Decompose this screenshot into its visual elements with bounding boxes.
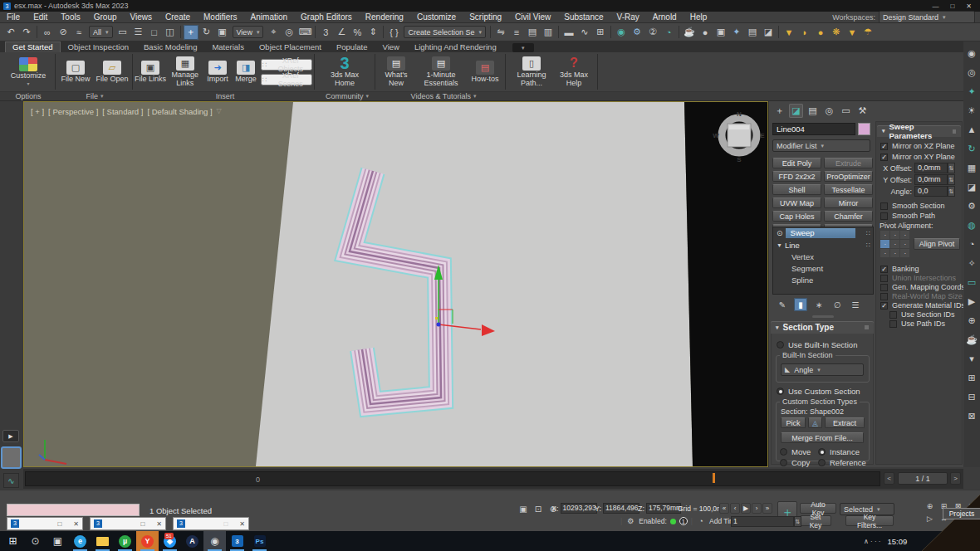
image-icon[interactable]: ▦ — [965, 161, 978, 174]
y-offset-spinner[interactable]: Y Offset: 0,0mm — [879, 174, 955, 185]
modifier-options-icon[interactable]: ∷ — [866, 230, 870, 237]
object-color-swatch[interactable] — [858, 123, 870, 135]
merge-button[interactable]: ◨ Merge — [233, 61, 259, 83]
pivot-cell-top-right[interactable]: ∙ — [900, 231, 909, 239]
sweep-parameters-header[interactable]: ▾ Sweep Parameters — [877, 125, 961, 137]
spinner-snap-toggle-icon[interactable]: ⇕ — [365, 25, 380, 40]
flyout-chevron-icon[interactable]: ▾ — [965, 352, 978, 365]
set-key-button[interactable]: Set Key — [800, 515, 831, 526]
menu-help[interactable]: Help — [684, 12, 714, 23]
use-section-ids-checkbox[interactable]: Use Section IDs — [889, 310, 968, 319]
insert-group-caption[interactable]: Insert — [135, 92, 316, 100]
scene-explorer-icon[interactable]: ▥ — [541, 25, 556, 40]
track-bar[interactable]: 0 — [25, 471, 880, 486]
options-group-caption[interactable]: Options — [2, 92, 55, 100]
restore-icon[interactable]: □ — [57, 520, 61, 528]
select-object-icon[interactable]: ▭ — [115, 25, 130, 40]
teapot-render-icon[interactable]: ☕ — [965, 333, 978, 346]
physical-camera-icon[interactable]: ◎ — [965, 66, 978, 79]
modifier-button-chamfer[interactable]: Chamfer — [824, 211, 873, 222]
modifier-button-uvw-map[interactable]: UVW Map — [772, 197, 821, 208]
import-button[interactable]: ➜ Import — [204, 61, 232, 83]
modifier-button-mirror[interactable]: Mirror — [824, 197, 873, 208]
select-by-name-icon[interactable]: ☰ — [131, 25, 146, 40]
object-name-field[interactable]: Line004 — [772, 123, 855, 135]
perspective-viewport[interactable]: [ + ] [ Perspective ] [ Standard ] [ Def… — [23, 101, 768, 467]
stack-row-sweep[interactable]: ⊙ Sweep ∷ — [773, 227, 873, 239]
menu-create[interactable]: Create — [159, 12, 197, 23]
videos-tutorials-group-caption[interactable]: Videos & Tutorials▾ — [379, 92, 508, 100]
pivot-cell-top-left[interactable]: ∙ — [880, 231, 889, 239]
menu-civil-view[interactable]: Civil View — [508, 12, 557, 23]
menu-graph-editors[interactable]: Graph Editors — [294, 12, 359, 23]
tab-materials[interactable]: Materials — [204, 41, 252, 52]
select-and-rotate-icon[interactable]: ↻ — [199, 25, 214, 40]
customize-button[interactable]: Customize ▾ — [11, 57, 47, 86]
curve-editor-icon[interactable]: ∿ — [577, 25, 592, 40]
material-editor-icon[interactable]: ◉ — [614, 25, 629, 40]
spinner-arrows[interactable] — [948, 174, 955, 185]
named-selection-sets-dropdown[interactable]: Create Selection Se — [404, 26, 486, 38]
viewport-pov-menu[interactable]: [ Perspective ] — [48, 107, 98, 116]
light-bulb-icon[interactable]: ✦ — [965, 85, 978, 98]
angle-spinner[interactable]: Angle: 0,0 — [879, 186, 955, 197]
photoshop-app-icon[interactable]: Ps — [248, 531, 271, 551]
menu-scripting[interactable]: Scripting — [463, 12, 508, 23]
camera-icon[interactable]: ◉ — [965, 46, 978, 60]
manage-links-button[interactable]: ▦ Manage Links — [168, 56, 203, 87]
plugin-icon-2[interactable]: ◗ — [797, 25, 812, 40]
sun-positioner-icon[interactable]: ☀ — [965, 104, 978, 117]
xref-objects-button[interactable]: ∷ XRef Objects — [261, 59, 312, 71]
scene-folder-icon-3[interactable]: ⊠ — [965, 409, 978, 422]
unlink-selection-icon[interactable]: ⊘ — [56, 25, 71, 40]
undo-icon[interactable]: ↶ — [3, 25, 18, 40]
a-app-icon[interactable]: A — [181, 531, 203, 551]
maxscript-mini-listener[interactable] — [7, 504, 140, 516]
maximize-button[interactable]: □ — [950, 2, 954, 10]
modifier-list-dropdown[interactable]: Modifier List — [772, 139, 870, 152]
banking-checkbox[interactable]: ✓Banking — [880, 265, 968, 273]
union-intersections-checkbox[interactable]: Union Intersections — [880, 274, 968, 282]
minimized-window-2[interactable]: 3 □ ✕ — [90, 517, 166, 530]
selection-filter-dropdown[interactable]: All — [89, 26, 113, 38]
viewport-standard-menu[interactable]: [ Standard ] — [102, 107, 143, 116]
close-button[interactable]: ✕ — [966, 2, 972, 10]
bind-to-space-warp-icon[interactable]: ≈ — [71, 25, 86, 40]
modifier-button-ffd2x2x2[interactable]: FFD 2x2x2 — [772, 171, 821, 182]
pivot-cell-mid-left[interactable]: ∙ — [880, 240, 889, 248]
close-icon[interactable]: ✕ — [239, 520, 245, 528]
menu-modifiers[interactable]: Modifiers — [197, 12, 244, 23]
extract-button[interactable]: Extract — [825, 417, 865, 428]
3dsmax-home-button[interactable]: 3 3ds Max Home — [321, 56, 368, 87]
film-strip-icon[interactable]: ▤ — [745, 25, 760, 40]
configure-modifier-sets-icon[interactable]: ☰ — [849, 298, 862, 311]
display-monitor-icon[interactable]: ▭ — [965, 276, 978, 289]
tab-populate[interactable]: Populate — [329, 41, 375, 52]
spinner-arrows[interactable] — [794, 516, 801, 527]
menu-substance[interactable]: Substance — [557, 12, 610, 23]
minimized-window-3[interactable]: 3 □ ✕ — [173, 517, 249, 530]
tree-image-icon[interactable]: ◪ — [965, 180, 978, 193]
time-slider-tick[interactable] — [713, 473, 715, 483]
built-in-section-dropdown[interactable]: ◣ Angle — [781, 363, 864, 376]
snaps-toggle-icon[interactable]: 3 — [318, 25, 333, 40]
align-icon[interactable]: ≡ — [509, 25, 524, 40]
remove-modifier-icon[interactable]: ∅ — [831, 298, 844, 311]
menu-group[interactable]: Group — [87, 12, 124, 23]
per-view-filter-icon[interactable]: ▽ — [217, 107, 222, 116]
stack-row-segment[interactable]: Segment — [773, 262, 873, 274]
next-page-button[interactable]: > — [950, 472, 961, 485]
pick-button[interactable]: Pick — [781, 417, 806, 428]
yandex-browser-icon[interactable]: Y — [136, 531, 159, 551]
one-minute-essentials-button[interactable]: ▤ 1-Minute Essentials — [417, 56, 465, 87]
file-open-button[interactable]: ▱ File Open — [95, 61, 130, 83]
key-filters-button[interactable]: Key Filters... — [845, 515, 894, 526]
render-production-icon[interactable]: ◔ — [661, 25, 676, 40]
scene-folder-icon-1[interactable]: ⊞ — [965, 371, 978, 384]
tab-get-started[interactable]: Get Started — [5, 41, 61, 52]
minimize-button[interactable]: — — [932, 2, 938, 10]
learning-path-button[interactable]: ▯ Learning Path... — [510, 56, 553, 87]
pivot-cell-top-center[interactable]: ∙ — [890, 231, 899, 239]
task-view-button[interactable]: ▣ — [47, 531, 69, 551]
utilities-tab[interactable]: ⚒ — [855, 104, 870, 118]
